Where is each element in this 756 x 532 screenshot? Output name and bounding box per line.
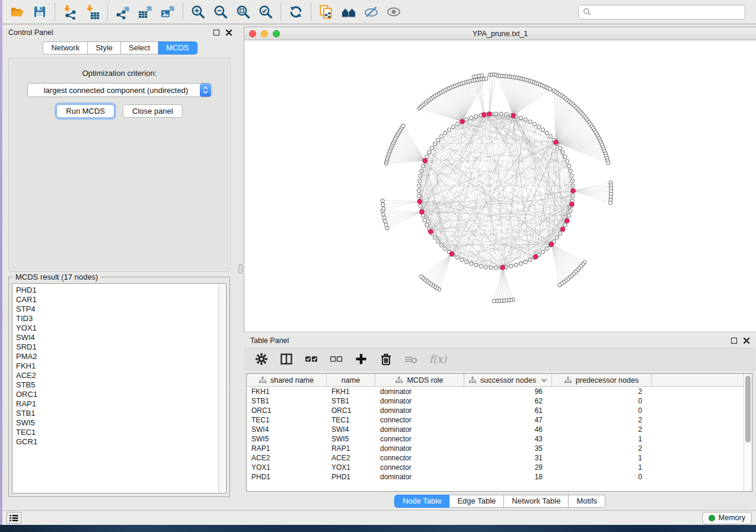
export-network-button[interactable] xyxy=(111,2,134,22)
close-mcds-panel-button[interactable]: Close panel xyxy=(123,104,183,118)
network-node[interactable] xyxy=(420,169,423,172)
network-node[interactable] xyxy=(417,194,421,197)
create-column-button[interactable] xyxy=(355,352,368,366)
network-graph[interactable] xyxy=(244,40,756,332)
network-node[interactable] xyxy=(566,159,569,163)
mcds-node[interactable] xyxy=(549,242,554,247)
network-node[interactable] xyxy=(436,240,440,243)
hide-selected-button[interactable] xyxy=(360,2,382,22)
column-header-successor-nodes[interactable]: successor nodes xyxy=(464,374,552,386)
table-row[interactable]: PHD1PHD1dominator180 xyxy=(247,472,744,482)
column-header-name[interactable]: name xyxy=(327,374,375,386)
network-node[interactable] xyxy=(556,236,559,239)
mcds-result-item[interactable]: TID3 xyxy=(16,314,218,323)
satellite-node[interactable] xyxy=(607,161,610,165)
network-node[interactable] xyxy=(423,219,426,222)
network-node[interactable] xyxy=(569,209,572,213)
deselect-all-button[interactable] xyxy=(330,352,343,366)
satellite-node[interactable] xyxy=(381,199,384,203)
network-node[interactable] xyxy=(417,184,421,187)
network-node[interactable] xyxy=(428,150,431,154)
mcds-result-item[interactable]: CAR1 xyxy=(16,295,218,305)
window-close-button[interactable] xyxy=(249,30,256,37)
table-row[interactable]: FKH1FKH1dominator962 xyxy=(247,387,744,396)
network-node[interactable] xyxy=(460,258,464,262)
tab-network[interactable]: Network xyxy=(43,41,88,55)
network-node[interactable] xyxy=(494,112,497,116)
network-node[interactable] xyxy=(419,174,422,178)
mcds-node[interactable] xyxy=(564,219,569,223)
zoom-in-button[interactable] xyxy=(187,2,209,22)
network-node[interactable] xyxy=(570,179,574,182)
network-node[interactable] xyxy=(532,122,536,126)
network-node[interactable] xyxy=(425,223,429,226)
network-node[interactable] xyxy=(440,243,444,247)
panel-splitter[interactable] xyxy=(238,24,244,510)
satellite-node[interactable] xyxy=(419,275,423,278)
network-node[interactable] xyxy=(470,116,473,120)
search-input[interactable] xyxy=(578,5,745,20)
mcds-result-item[interactable]: STB1 xyxy=(16,409,218,418)
mcds-node[interactable] xyxy=(560,227,565,232)
network-node[interactable] xyxy=(465,260,468,264)
satellite-node[interactable] xyxy=(608,201,612,204)
network-node[interactable] xyxy=(563,223,567,226)
satellite-node[interactable] xyxy=(385,226,389,230)
satellite-node[interactable] xyxy=(492,299,496,303)
satellite-node[interactable] xyxy=(383,219,387,223)
network-node[interactable] xyxy=(514,264,518,267)
network-node[interactable] xyxy=(465,118,468,121)
neighbors-button[interactable] xyxy=(337,2,360,22)
network-node[interactable] xyxy=(528,120,532,123)
network-node[interactable] xyxy=(499,112,503,116)
network-node[interactable] xyxy=(425,155,429,158)
network-node[interactable] xyxy=(479,264,483,268)
mcds-node[interactable] xyxy=(429,229,433,234)
window-minimize-button[interactable] xyxy=(261,30,268,37)
mcds-result-item[interactable]: YOX1 xyxy=(16,323,218,333)
table-settings-button[interactable] xyxy=(255,352,268,366)
network-node[interactable] xyxy=(433,142,436,146)
tab-motifs[interactable]: Motifs xyxy=(569,495,605,508)
network-node[interactable] xyxy=(519,262,522,265)
close-panel-button[interactable] xyxy=(226,30,232,36)
network-node[interactable] xyxy=(519,116,522,120)
mcds-node[interactable] xyxy=(571,188,576,193)
network-node[interactable] xyxy=(541,128,545,132)
table-row[interactable]: ACE2ACE2connector311 xyxy=(247,453,744,463)
save-session-button[interactable] xyxy=(28,2,51,22)
copy-network-button[interactable] xyxy=(315,2,337,22)
close-table-panel-button[interactable] xyxy=(744,338,749,344)
mcds-result-item[interactable]: SRD1 xyxy=(16,342,218,352)
network-node[interactable] xyxy=(567,214,571,217)
mcds-node[interactable] xyxy=(500,265,505,270)
zoom-fit-button[interactable] xyxy=(232,2,254,22)
network-node[interactable] xyxy=(561,150,564,154)
network-node[interactable] xyxy=(444,247,447,251)
network-node[interactable] xyxy=(545,131,548,134)
satellite-node[interactable] xyxy=(558,283,562,287)
network-node[interactable] xyxy=(571,184,575,187)
network-node[interactable] xyxy=(559,146,562,150)
mcds-node[interactable] xyxy=(511,114,516,118)
network-canvas[interactable] xyxy=(244,40,756,332)
select-all-button[interactable] xyxy=(305,352,318,366)
open-session-button[interactable] xyxy=(6,2,28,22)
column-header-shared-name[interactable]: shared name xyxy=(247,374,327,386)
satellite-node[interactable] xyxy=(480,73,484,77)
export-image-button[interactable] xyxy=(157,2,179,22)
satellite-node[interactable] xyxy=(548,88,552,91)
mcds-result-item[interactable]: GCR1 xyxy=(16,437,218,447)
network-node[interactable] xyxy=(418,179,422,182)
table-row[interactable]: RAP1RAP1dominator352 xyxy=(247,444,744,453)
network-node[interactable] xyxy=(504,113,508,116)
import-table-button[interactable] xyxy=(81,2,104,22)
mcds-result-item[interactable]: SWI5 xyxy=(16,418,218,428)
network-node[interactable] xyxy=(433,236,436,239)
table-scrollbar[interactable] xyxy=(744,374,752,491)
satellite-node[interactable] xyxy=(401,124,405,127)
network-node[interactable] xyxy=(489,266,493,270)
refresh-button[interactable] xyxy=(285,2,307,22)
zoom-selected-button[interactable] xyxy=(254,2,277,22)
tab-select[interactable]: Select xyxy=(121,41,158,55)
